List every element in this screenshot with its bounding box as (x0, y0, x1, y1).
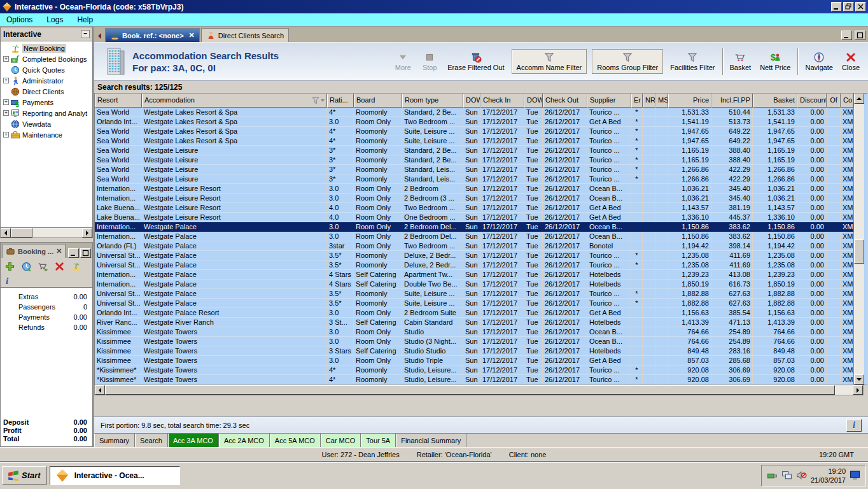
network-icon[interactable] (767, 470, 778, 481)
basket-button[interactable]: Basket (728, 50, 753, 73)
table-row[interactable]: River Ranc...Westgate River Ranch3 St...… (95, 318, 853, 327)
facilities-filter-button[interactable]: Facilities Filter (668, 50, 717, 73)
scroll-right-button[interactable] (853, 385, 863, 395)
bottom-tab-acc-2a-mco[interactable]: Acc 2A MCO (219, 434, 270, 447)
vertical-scrollbar-track[interactable] (854, 104, 864, 374)
panel-minimize-button[interactable] (841, 31, 852, 40)
table-row[interactable]: Orlando (FL)Westgate Palace3starRoom Onl… (95, 241, 853, 251)
navigate-button[interactable]: Navigate (803, 50, 834, 73)
table-row[interactable]: Internation...Westgate Palace4 StarsSelf… (95, 270, 853, 280)
column-header-accommodation[interactable]: Accommodation (142, 94, 327, 108)
expand-icon[interactable]: + (3, 132, 9, 138)
table-row[interactable]: KissimmeeWestgate Towers3 StarsSelf Cate… (95, 346, 853, 356)
column-header-rati-[interactable]: Rati... (327, 94, 354, 108)
doc-tab-direct-clients-search[interactable]: Direct Clients Search (201, 28, 289, 42)
table-row[interactable]: Universal St...Westgate Palace3.5*Roomon… (95, 251, 853, 260)
computers-icon[interactable] (781, 470, 792, 481)
menu-help[interactable]: Help (77, 15, 93, 24)
booking-minimize-button[interactable] (68, 248, 79, 258)
column-header-ms[interactable]: MS (655, 94, 668, 108)
table-row[interactable]: Internation...Westgate Leisure Resort3.0… (95, 194, 853, 203)
scroll-down-button[interactable] (854, 374, 864, 385)
doc-tab-book-ref-none-[interactable]: Book. ref.: <none>✕ (105, 28, 200, 42)
table-row[interactable]: Sea WorldWestgate Lakes Resort & Spa4*Ro… (95, 136, 853, 146)
sidebar-item-administrator[interactable]: +Administrator (1, 75, 92, 86)
add-icon[interactable] (4, 261, 15, 272)
sidebar-item-maintenance[interactable]: +Maintenance (1, 129, 92, 140)
table-row[interactable]: Internation...Westgate Palace4 StarsSelf… (95, 280, 853, 289)
column-header-room-type[interactable]: Room type (402, 94, 463, 108)
column-header-dow[interactable]: DOW (463, 94, 480, 108)
column-header-basket[interactable]: Basket (753, 94, 797, 108)
expand-icon[interactable]: + (3, 78, 9, 83)
table-row[interactable]: Universal St...Westgate Palace3.5*Roomon… (95, 260, 853, 270)
menu-options[interactable]: Options (6, 15, 32, 24)
bottom-tab-financial-summary[interactable]: Financial Summary (396, 434, 466, 447)
quote-clock-icon[interactable] (21, 261, 32, 272)
horizontal-scrollbar-thumb[interactable] (105, 385, 835, 395)
close-window-button[interactable] (855, 2, 866, 11)
table-row[interactable]: Orlando Int...Westgate Palace Resort3.0R… (95, 308, 853, 318)
table-row[interactable]: Sea WorldWestgate Leisure3*RoomonlyStand… (95, 146, 853, 155)
sidebar-item-reporting-and-analyt[interactable]: +Reporting and Analyt (1, 108, 92, 118)
table-row[interactable]: KissimmeeWestgate Towers3.0Room OnlyStud… (95, 327, 853, 337)
table-row[interactable]: KissimmeeWestgate Towers3.0Room OnlyStud… (95, 356, 853, 365)
bottom-tab-acc-3a-mco[interactable]: Acc 3A MCO (168, 434, 219, 447)
bottom-tab-summary[interactable]: Summary (94, 434, 135, 447)
desktop-monitor-icon[interactable] (850, 470, 860, 481)
bottom-tab-acc-5a-mco[interactable]: Acc 5A MCO (270, 434, 321, 447)
close-tab-icon[interactable]: ✕ (189, 31, 195, 39)
table-row[interactable]: Lake Buena...Westgate Leisure Resort4.0R… (95, 203, 853, 213)
nett-price-button[interactable]: $Nett Price (758, 50, 792, 73)
sidebar-item-viewdata[interactable]: Viewdata (1, 118, 92, 129)
delete-x-icon[interactable] (54, 261, 65, 272)
expand-icon[interactable]: + (3, 110, 9, 116)
column-header-check-out[interactable]: Check Out (543, 94, 587, 108)
column-header-price[interactable]: Price (668, 94, 711, 108)
tab-scroll-button[interactable] (95, 31, 104, 41)
sidebar-item-quick-quotes[interactable]: Quick Quotes (1, 64, 92, 75)
scroll-right-button[interactable] (82, 228, 92, 237)
table-row[interactable]: KissimmeeWestgate Towers3.0Room OnlyStud… (95, 337, 853, 346)
column-header-er[interactable]: Er (631, 94, 643, 108)
expand-icon[interactable]: + (3, 56, 9, 62)
panel-maximize-button[interactable] (855, 31, 865, 40)
collapse-panel-button[interactable]: – (81, 30, 90, 38)
close-button[interactable]: Close (840, 50, 862, 73)
column-filter-icon[interactable] (311, 96, 325, 105)
minimize-button[interactable] (831, 2, 842, 11)
table-row[interactable]: Lake Buena...Westgate Leisure Resort4.0R… (95, 213, 853, 222)
table-row[interactable]: Universal St...Westgate Palace3.5*Roomon… (95, 289, 853, 299)
accomm-name-filter-button[interactable]: Accomm Name Filter (512, 49, 587, 74)
table-row[interactable]: Sea WorldWestgate Leisure3*RoomonlyStand… (95, 155, 853, 165)
column-header-supplier[interactable]: Supplier (587, 94, 631, 108)
table-row[interactable]: Sea WorldWestgate Lakes Resort & Spa4*Ro… (95, 127, 853, 136)
horizontal-scrollbar[interactable] (94, 385, 864, 395)
restore-button[interactable] (843, 2, 854, 11)
table-row[interactable]: Internation...Westgate Palace3.0Room Onl… (95, 222, 853, 232)
table-row[interactable]: Internation...Westgate Palace3.0Room Onl… (95, 232, 853, 241)
table-row[interactable]: Sea WorldWestgate Lakes Resort & Spa4*Ro… (95, 108, 853, 117)
sidebar-horizontal-scrollbar[interactable] (1, 227, 92, 237)
table-row[interactable]: *Kissimmee*Westgate Towers4*RoomonlyStud… (95, 375, 853, 385)
menu-logs[interactable]: Logs (46, 15, 63, 24)
table-row[interactable]: Sea WorldWestgate Leisure3*RoomonlyStand… (95, 174, 853, 184)
sidebar-item-completed-bookings[interactable]: +Completed Bookings (1, 53, 92, 64)
sidebar-item-direct-clients[interactable]: Direct Clients (1, 86, 92, 97)
volume-mute-icon[interactable] (796, 470, 807, 481)
vertical-scrollbar-thumb[interactable] (854, 239, 864, 264)
column-header-board[interactable]: Board (354, 94, 402, 108)
column-header-dow[interactable]: DOW (524, 94, 543, 108)
column-header-nr[interactable]: NR (643, 94, 655, 108)
booking-info-icon[interactable]: i (1, 274, 92, 287)
taskbar-app-button[interactable]: Interactive - Ocea... (50, 466, 180, 485)
column-header-resort[interactable]: Resort (95, 94, 142, 108)
sidebar-item-payments[interactable]: +$Payments (1, 97, 92, 108)
table-row[interactable]: Orlando Int...Westgate Lakes Resort & Sp… (95, 117, 853, 127)
table-row[interactable]: Internation...Westgate Leisure Resort3.0… (95, 184, 853, 194)
scrollbar-track[interactable] (11, 228, 82, 237)
scroll-up-button[interactable] (854, 94, 864, 104)
start-button[interactable]: Start (2, 466, 46, 485)
sidebar-item-new-booking[interactable]: New Booking (1, 43, 92, 53)
table-row[interactable]: Sea WorldWestgate Leisure3*RoomonlyStand… (95, 165, 853, 174)
